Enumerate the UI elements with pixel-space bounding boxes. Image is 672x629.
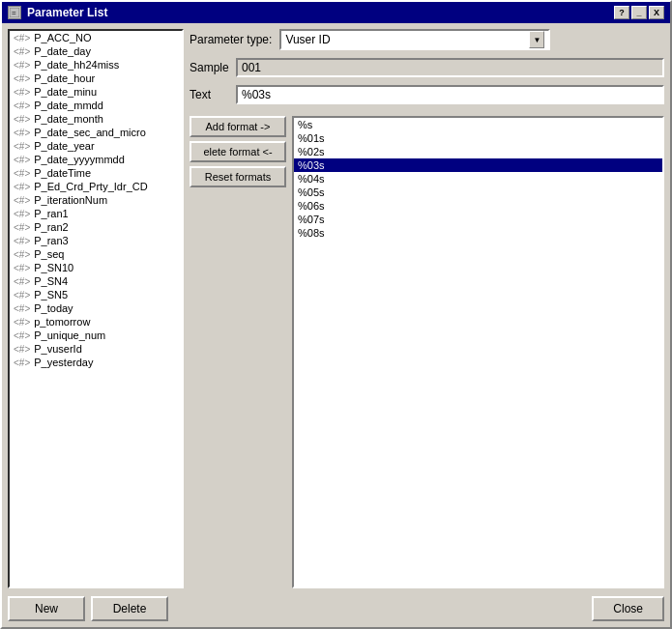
list-item[interactable]: <#>P_date_minu [10, 85, 182, 99]
param-icon: <#> [14, 128, 30, 138]
format-buttons: Add format -> elete format <- Reset form… [190, 116, 286, 588]
list-item[interactable]: <#>P_ran3 [10, 234, 182, 247]
list-item[interactable]: <#>P_date_hh24miss [10, 58, 182, 71]
list-item[interactable]: <#>p_tomorrow [10, 315, 182, 329]
format-list-container: Add format -> elete format <- Reset form… [190, 116, 664, 588]
list-item[interactable]: <#>P_ACC_NO [10, 31, 182, 44]
help-button[interactable]: ? [614, 6, 629, 19]
param-type-dropdown[interactable]: Vuser ID ▼ [279, 29, 550, 50]
new-button[interactable]: New [8, 596, 85, 621]
delete-format-button[interactable]: elete format <- [190, 141, 286, 162]
format-item[interactable]: %s [294, 118, 662, 131]
param-icon: <#> [14, 249, 30, 260]
dropdown-value: Vuser ID [285, 33, 330, 46]
window-title: Parameter List [27, 6, 107, 19]
list-item[interactable]: <#>P_today [10, 301, 182, 315]
param-icon: <#> [14, 263, 30, 273]
svg-text:=: = [12, 9, 16, 17]
param-type-label: Parameter type: [190, 33, 272, 46]
sample-row: Sample 001 [190, 58, 664, 77]
text-input[interactable] [236, 85, 664, 104]
list-item[interactable]: <#>P_iterationNum [10, 193, 182, 207]
delete-button[interactable]: Delete [91, 596, 168, 621]
format-item[interactable]: %04s [294, 172, 662, 186]
text-label: Text [190, 88, 228, 101]
param-type-row: Parameter type: Vuser ID ▼ [190, 29, 664, 50]
add-format-button[interactable]: Add format -> [190, 116, 286, 137]
format-item[interactable]: %08s [294, 226, 662, 240]
list-item[interactable]: <#>P_yesterday [10, 356, 182, 369]
list-item[interactable]: <#>P_unique_num [10, 329, 182, 342]
bottom-left-buttons: New Delete [8, 596, 168, 621]
param-icon: <#> [14, 222, 30, 233]
main-area: <#>P_ACC_NO<#>P_date_day<#>P_date_hh24mi… [8, 29, 664, 588]
param-icon: <#> [14, 87, 30, 98]
format-item[interactable]: %06s [294, 199, 662, 213]
text-row: Text [190, 85, 664, 104]
list-item[interactable]: <#>P_Ed_Crd_Prty_Idr_CD [10, 180, 182, 193]
param-icon: <#> [14, 114, 30, 125]
format-list[interactable]: %s%01s%02s%03s%04s%05s%06s%07s%08s [292, 116, 664, 588]
format-item[interactable]: %01s [294, 131, 662, 145]
param-icon: <#> [14, 357, 30, 368]
list-item[interactable]: <#>P_SN10 [10, 261, 182, 274]
window-icon: = [8, 6, 21, 19]
param-icon: <#> [14, 317, 30, 328]
window-content: <#>P_ACC_NO<#>P_date_day<#>P_date_hh24mi… [2, 23, 670, 627]
minimize-button[interactable]: _ [631, 6, 647, 19]
list-item[interactable]: <#>P_date_month [10, 112, 182, 126]
parameter-list-window: = Parameter List ? _ X <#>P_ACC_NO<#>P_d… [0, 0, 672, 629]
param-icon: <#> [14, 182, 30, 192]
param-icon: <#> [14, 60, 30, 71]
param-icon: <#> [14, 209, 30, 219]
title-bar: = Parameter List ? _ X [2, 2, 670, 23]
right-panel: Parameter type: Vuser ID ▼ Sample 001 Te… [190, 29, 664, 588]
param-icon: <#> [14, 344, 30, 355]
param-icon: <#> [14, 73, 30, 84]
format-item[interactable]: %02s [294, 145, 662, 158]
list-item[interactable]: <#>P_vuserId [10, 342, 182, 356]
bottom-bar: New Delete Close [8, 592, 664, 621]
list-item[interactable]: <#>P_dateTime [10, 166, 182, 180]
close-title-button[interactable]: X [649, 6, 664, 19]
list-item[interactable]: <#>P_SN4 [10, 274, 182, 288]
list-item[interactable]: <#>P_date_mmdd [10, 99, 182, 112]
dropdown-arrow-icon: ▼ [529, 31, 544, 48]
sample-input: 001 [236, 58, 664, 77]
sample-label: Sample [190, 61, 228, 74]
format-item[interactable]: %05s [294, 186, 662, 199]
list-item[interactable]: <#>P_ran1 [10, 207, 182, 220]
list-item[interactable]: <#>P_date_sec_and_micro [10, 126, 182, 139]
param-icon: <#> [14, 155, 30, 165]
param-icon: <#> [14, 330, 30, 341]
param-icon: <#> [14, 141, 30, 152]
format-item[interactable]: %03s [294, 158, 662, 172]
list-item[interactable]: <#>P_SN5 [10, 288, 182, 301]
param-icon: <#> [14, 46, 30, 57]
list-item[interactable]: <#>P_ran2 [10, 220, 182, 234]
param-icon: <#> [14, 33, 30, 43]
format-items: %s%01s%02s%03s%04s%05s%06s%07s%08s [294, 118, 662, 240]
list-item[interactable]: <#>P_date_hour [10, 71, 182, 85]
parameter-list-panel[interactable]: <#>P_ACC_NO<#>P_date_day<#>P_date_hh24mi… [8, 29, 184, 588]
reset-formats-button[interactable]: Reset formats [190, 166, 286, 187]
param-icon: <#> [14, 100, 30, 111]
list-item[interactable]: <#>P_seq [10, 247, 182, 261]
param-icon: <#> [14, 195, 30, 206]
format-item[interactable]: %07s [294, 213, 662, 226]
title-buttons: ? _ X [614, 6, 664, 19]
param-icon: <#> [14, 168, 30, 179]
param-icon: <#> [14, 276, 30, 287]
param-icon: <#> [14, 290, 30, 300]
list-item[interactable]: <#>P_date_day [10, 44, 182, 58]
close-button[interactable]: Close [592, 596, 664, 621]
param-list: <#>P_ACC_NO<#>P_date_day<#>P_date_hh24mi… [10, 31, 182, 369]
list-item[interactable]: <#>P_date_yyyymmdd [10, 153, 182, 166]
title-bar-left: = Parameter List [8, 6, 107, 19]
param-icon: <#> [14, 303, 30, 314]
param-icon: <#> [14, 236, 30, 246]
list-item[interactable]: <#>P_date_year [10, 139, 182, 153]
